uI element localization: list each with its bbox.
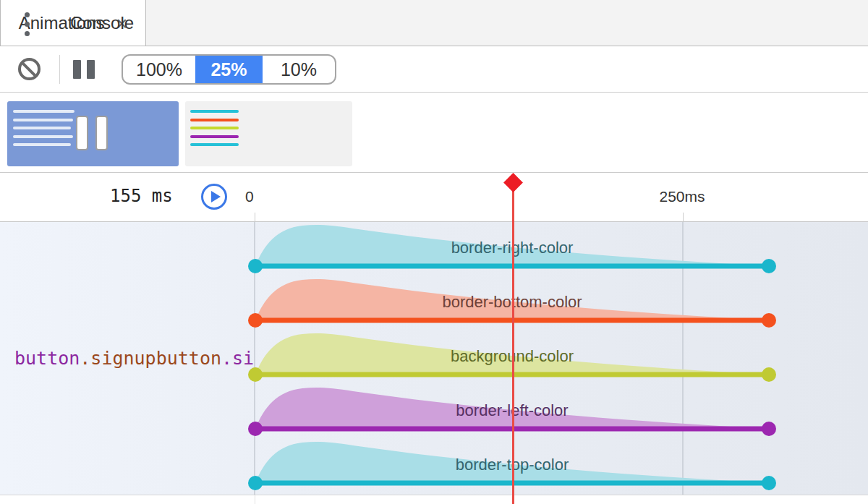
node-selector-segment: .signupbutton <box>80 348 221 369</box>
tab-bar: Console Animations × <box>0 0 868 46</box>
rate-button-100[interactable]: 100% <box>123 56 195 83</box>
tab-console[interactable]: Console <box>54 0 150 46</box>
keyframe-point <box>762 367 776 382</box>
keyframe-point <box>762 476 776 490</box>
kebab-menu-icon[interactable] <box>25 12 30 36</box>
scrubber-line <box>512 189 514 504</box>
keyframe-point <box>248 313 263 328</box>
timeline-tick-250ms: 250ms <box>653 188 711 205</box>
clear-all-icon[interactable] <box>18 58 41 80</box>
rate-button-25[interactable]: 25% <box>195 56 263 83</box>
timeline-tick-0: 0 <box>245 188 254 205</box>
playback-rate-control: 100% 25% 10% <box>122 54 336 85</box>
node-selector-segment: button <box>14 348 80 369</box>
keyframe-point <box>248 259 263 273</box>
bottom-strip <box>0 495 868 504</box>
animation-group-previews <box>0 93 868 173</box>
keyframe-point <box>248 367 263 382</box>
pause-bar-icon <box>95 116 108 150</box>
tab-console-label: Console <box>70 13 134 33</box>
animation-group-preview[interactable] <box>185 101 352 166</box>
timeline-header: 155 ms 0 250ms <box>0 173 868 222</box>
animated-node-selector[interactable]: button.signupbutton.si <box>14 348 255 369</box>
tab-bar-divider <box>0 46 868 46</box>
pause-bar-icon <box>76 116 88 150</box>
keyframe-point <box>248 422 263 436</box>
keyframe-point <box>762 422 776 436</box>
rate-button-10[interactable]: 10% <box>263 56 335 83</box>
toolbar-divider <box>59 55 60 84</box>
keyframe-point <box>248 476 263 490</box>
animations-toolbar: 100% 25% 10% <box>0 46 868 93</box>
keyframe-point <box>762 313 776 328</box>
tick-mark <box>255 213 255 221</box>
total-duration-label: 155 ms <box>110 186 173 206</box>
replay-button[interactable] <box>201 184 227 210</box>
play-icon <box>211 191 221 202</box>
keyframe-point <box>762 259 776 273</box>
pause-all-icon[interactable] <box>73 60 95 79</box>
tick-mark <box>683 213 684 221</box>
animation-group-preview-selected[interactable] <box>7 101 179 166</box>
animations-panel: Console Animations × 100% 25% 10% 155 ms <box>0 0 868 504</box>
